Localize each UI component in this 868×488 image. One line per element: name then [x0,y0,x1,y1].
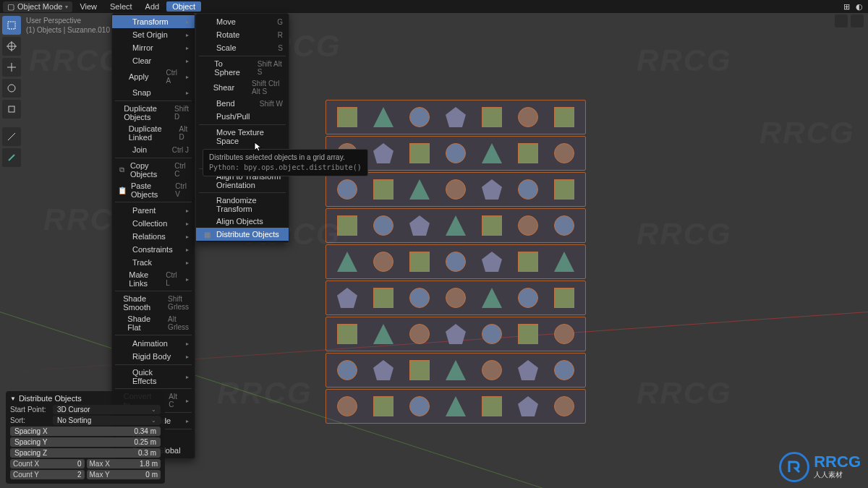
submenu-arrow-icon: ▸ [186,207,189,214]
menu-item-parent[interactable]: Parent▸ [112,204,195,217]
menu-select[interactable]: Select [104,1,138,12]
menu-item-clear[interactable]: Clear▸ [112,54,195,67]
menu-item-apply[interactable]: ApplyCtrl A▸ [112,67,195,86]
watermark: RRCG [29,43,124,78]
annotate-tool[interactable] [2,148,21,167]
tooltip-python: Python: bpy.ops.object.distribute() [209,163,362,173]
submenu-arrow-icon: ▸ [186,45,189,51]
menu-item-label: Randomize Transform [216,196,283,213]
submenu-arrow-icon: ▸ [186,260,189,266]
menu-item-label: Push/Pull [216,112,283,121]
menu-item-duplicate-objects[interactable]: Duplicate ObjectsShift D [112,103,195,123]
menu-item-transform[interactable]: Transform▸ [112,15,195,28]
menu-item-distribute-objects[interactable]: ▦Distribute Objects [196,228,289,241]
menu-item-move[interactable]: MoveG [196,15,289,28]
count-x-field[interactable]: Count X0 [10,459,85,468]
watermark: RRCG [637,376,732,411]
shortcut-label: Ctrl C [174,162,189,178]
start-point-label: Start Point: [10,406,51,414]
spacing-y-field[interactable]: Spacing Y0.25 m [10,437,161,447]
shading-icon[interactable]: ◐ [854,1,865,12]
logo-subtitle: 人人素材 [814,470,861,480]
menu-item-snap[interactable]: Snap▸ [112,86,195,99]
disclosure-triangle-icon: ▼ [10,395,16,402]
menu-item-align-objects[interactable]: Align Objects [196,215,289,228]
mode-selector[interactable]: ▢ Object Mode ▾ [3,1,72,12]
move-tool[interactable] [2,58,21,77]
menu-item-label: Constraints [132,245,177,254]
menu-item-label: Join [132,145,155,154]
menu-item-rotate[interactable]: RotateR [196,28,289,41]
menu-item-scale[interactable]: ScaleS [196,41,289,54]
rotate-tool[interactable] [2,79,21,98]
menu-item-track[interactable]: Track▸ [112,256,195,269]
menu-item-label: Track [132,258,177,267]
menu-item-shade-flat[interactable]: Shade FlatAlt Grless [112,313,195,333]
watermark: RRCG [217,376,312,411]
spacing-z-field[interactable]: Spacing Z0.3 m [10,448,161,458]
menu-item-label: Duplicate Linked [129,124,162,142]
tooltip-desc: Distributes selected objects in a grid a… [209,153,362,163]
menu-item-label: Transform [132,17,177,26]
menu-item-label: Relations [132,232,177,241]
menu-item-shade-smooth[interactable]: Shade SmoothShift Grless [112,293,195,313]
gizmo-icon[interactable] [851,14,864,27]
menu-item-randomize-transform[interactable]: Randomize Transform [196,194,289,215]
menu-item-shear[interactable]: ShearShift Ctrl Alt S [196,78,289,97]
chevron-down-icon: ⌄ [151,417,156,424]
menu-item-collection[interactable]: Collection▸ [112,217,195,230]
menu-item-copy-objects[interactable]: ⧉Copy ObjectsCtrl C [112,160,195,180]
menu-item-animation[interactable]: Animation▸ [112,337,195,350]
sort-select[interactable]: No Sorting⌄ [53,416,161,425]
menu-item-to-sphere[interactable]: To SphereShift Alt S [196,58,289,78]
spacing-x-field[interactable]: Spacing X0.34 m [10,427,161,436]
submenu-arrow-icon: ▸ [186,247,189,253]
measure-tool[interactable] [2,127,21,146]
shortcut-label: Alt C [169,393,177,408]
shortcut-label: Ctrl J [172,146,189,154]
shortcut-label: Alt Grless [168,315,189,331]
field-label: Spacing Y [14,438,134,446]
camera-icon[interactable] [835,14,848,27]
max-x-field[interactable]: Max X1.8 m [87,459,161,468]
panel-title: Distribute Objects [19,394,82,403]
viewport-controls [835,14,864,27]
selection-info: (1) Objects | Suzanne.010 [26,25,110,35]
submenu-arrow-icon: ▸ [186,398,189,404]
menu-item-label: Set Origin [132,30,177,39]
menu-item-rigid-body[interactable]: Rigid Body▸ [112,350,195,363]
overlay-icon[interactable]: ⊞ [841,1,852,12]
shortcut-label: Shift W [260,100,283,108]
menu-item-relations[interactable]: Relations▸ [112,230,195,243]
watermark: RRCG [637,43,732,78]
select-tool[interactable] [2,16,21,35]
shortcut-label: R [278,31,283,39]
toolbar [2,16,21,167]
menu-item-paste-objects[interactable]: 📋Paste ObjectsCtrl V [112,180,195,200]
menu-item-quick-effects[interactable]: Quick Effects▸ [112,367,195,387]
menu-item-mirror[interactable]: Mirror▸ [112,41,195,54]
menu-item-bend[interactable]: BendShift W [196,97,289,110]
menu-item-constraints[interactable]: Constraints▸ [112,243,195,256]
scale-tool[interactable] [2,100,21,119]
cursor-tool[interactable] [2,37,21,56]
menu-view[interactable]: View [74,1,103,12]
max-y-field[interactable]: Max Y0 m [87,470,161,479]
menu-item-make-links[interactable]: Make LinksCtrl L▸ [112,269,195,289]
menu-item-join[interactable]: JoinCtrl J [112,143,195,156]
watermark: RRCG [637,217,732,252]
operator-panel[interactable]: ▼ Distribute Objects Start Point: 3D Cur… [6,391,165,484]
logo-text: RRCG [814,454,861,470]
panel-title-row[interactable]: ▼ Distribute Objects [10,394,161,403]
menu-item-move-texture-space[interactable]: Move Texture Space [196,127,289,147]
menu-object[interactable]: Object [166,1,201,12]
start-point-select[interactable]: 3D Cursor⌄ [53,405,161,414]
logo-icon [779,452,809,482]
count-y-field[interactable]: Count Y2 [10,470,85,479]
menu-item-push-pull[interactable]: Push/Pull [196,110,289,123]
menu-item-duplicate-linked[interactable]: Duplicate LinkedAlt D [112,123,195,143]
menu-item-set-origin[interactable]: Set Origin▸ [112,28,195,41]
menu-item-label: Bend [216,99,242,108]
menu-add[interactable]: Add [140,1,166,12]
submenu-arrow-icon: ▸ [186,90,189,96]
